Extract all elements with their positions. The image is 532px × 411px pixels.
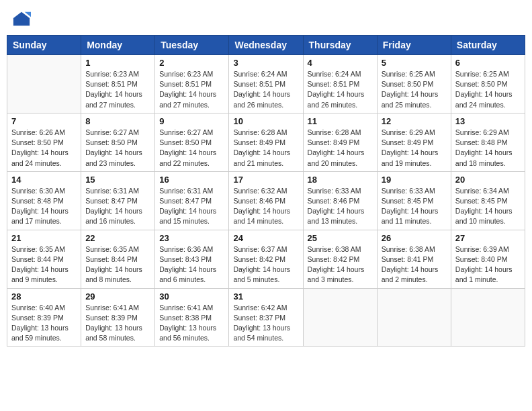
page-header [7,7,525,31]
calendar-cell: 29Sunrise: 6:41 AM Sunset: 8:39 PM Dayli… [81,288,155,347]
day-info: Sunrise: 6:28 AM Sunset: 8:49 PM Dayligh… [233,128,298,169]
calendar-cell: 12Sunrise: 6:29 AM Sunset: 8:49 PM Dayli… [377,113,451,171]
day-number: 12 [382,116,447,126]
day-info: Sunrise: 6:38 AM Sunset: 8:41 PM Dayligh… [382,244,447,285]
calendar-cell: 7Sunrise: 6:26 AM Sunset: 8:50 PM Daylig… [7,113,81,171]
day-info: Sunrise: 6:24 AM Sunset: 8:51 PM Dayligh… [233,69,298,110]
day-number: 20 [455,175,521,185]
day-info: Sunrise: 6:42 AM Sunset: 8:37 PM Dayligh… [233,303,298,344]
calendar-cell: 31Sunrise: 6:42 AM Sunset: 8:37 PM Dayli… [229,288,303,347]
day-number: 22 [85,233,150,243]
day-info: Sunrise: 6:41 AM Sunset: 8:38 PM Dayligh… [159,303,224,344]
day-info: Sunrise: 6:41 AM Sunset: 8:39 PM Dayligh… [85,303,150,344]
header-thursday: Thursday [303,36,377,55]
day-info: Sunrise: 6:33 AM Sunset: 8:45 PM Dayligh… [382,186,447,227]
day-info: Sunrise: 6:27 AM Sunset: 8:50 PM Dayligh… [85,128,150,169]
calendar-cell: 1Sunrise: 6:23 AM Sunset: 8:51 PM Daylig… [81,55,155,113]
day-info: Sunrise: 6:23 AM Sunset: 8:51 PM Dayligh… [159,69,224,110]
week-row-3: 14Sunrise: 6:30 AM Sunset: 8:48 PM Dayli… [7,171,525,230]
calendar-cell: 28Sunrise: 6:40 AM Sunset: 8:39 PM Dayli… [7,288,81,347]
day-info: Sunrise: 6:29 AM Sunset: 8:48 PM Dayligh… [455,128,521,169]
day-info: Sunrise: 6:24 AM Sunset: 8:51 PM Dayligh… [308,69,373,110]
day-number: 14 [11,175,77,185]
calendar-cell: 6Sunrise: 6:25 AM Sunset: 8:50 PM Daylig… [451,55,525,113]
day-number: 16 [159,175,224,185]
day-info: Sunrise: 6:37 AM Sunset: 8:42 PM Dayligh… [233,244,298,285]
calendar-cell: 16Sunrise: 6:31 AM Sunset: 8:47 PM Dayli… [155,171,229,230]
day-info: Sunrise: 6:25 AM Sunset: 8:50 PM Dayligh… [455,69,521,110]
day-number: 1 [85,58,150,68]
day-number: 29 [85,291,150,302]
calendar-cell [451,288,525,347]
day-number: 5 [382,58,447,68]
calendar-cell: 18Sunrise: 6:33 AM Sunset: 8:46 PM Dayli… [303,171,377,230]
day-number: 31 [233,291,298,302]
day-info: Sunrise: 6:39 AM Sunset: 8:40 PM Dayligh… [455,244,521,285]
day-number: 25 [308,233,373,243]
day-number: 13 [455,116,521,126]
calendar-cell: 15Sunrise: 6:31 AM Sunset: 8:47 PM Dayli… [81,171,155,230]
day-info: Sunrise: 6:29 AM Sunset: 8:49 PM Dayligh… [382,128,447,169]
day-info: Sunrise: 6:40 AM Sunset: 8:39 PM Dayligh… [11,303,77,344]
calendar-header-row: SundayMondayTuesdayWednesdayThursdayFrid… [7,36,525,55]
day-number: 2 [159,58,224,68]
day-info: Sunrise: 6:23 AM Sunset: 8:51 PM Dayligh… [85,69,150,110]
day-info: Sunrise: 6:25 AM Sunset: 8:50 PM Dayligh… [382,69,447,110]
week-row-4: 21Sunrise: 6:35 AM Sunset: 8:44 PM Dayli… [7,230,525,288]
day-number: 15 [85,175,150,185]
calendar-cell [377,288,451,347]
day-number: 24 [233,233,298,243]
logo [12,9,34,28]
day-info: Sunrise: 6:28 AM Sunset: 8:49 PM Dayligh… [308,128,373,169]
calendar-cell: 13Sunrise: 6:29 AM Sunset: 8:48 PM Dayli… [451,113,525,171]
calendar-cell: 23Sunrise: 6:36 AM Sunset: 8:43 PM Dayli… [155,230,229,288]
calendar-cell: 19Sunrise: 6:33 AM Sunset: 8:45 PM Dayli… [377,171,451,230]
calendar-cell: 3Sunrise: 6:24 AM Sunset: 8:51 PM Daylig… [229,55,303,113]
day-info: Sunrise: 6:27 AM Sunset: 8:50 PM Dayligh… [159,128,224,169]
day-info: Sunrise: 6:31 AM Sunset: 8:47 PM Dayligh… [159,186,224,227]
day-number: 7 [11,116,77,126]
calendar-cell: 10Sunrise: 6:28 AM Sunset: 8:49 PM Dayli… [229,113,303,171]
calendar-cell: 27Sunrise: 6:39 AM Sunset: 8:40 PM Dayli… [451,230,525,288]
header-sunday: Sunday [7,36,81,55]
calendar-cell: 9Sunrise: 6:27 AM Sunset: 8:50 PM Daylig… [155,113,229,171]
day-info: Sunrise: 6:35 AM Sunset: 8:44 PM Dayligh… [11,244,77,285]
header-tuesday: Tuesday [155,36,229,55]
calendar: SundayMondayTuesdayWednesdayThursdayFrid… [7,35,525,347]
header-wednesday: Wednesday [229,36,303,55]
day-info: Sunrise: 6:32 AM Sunset: 8:46 PM Dayligh… [233,186,298,227]
header-friday: Friday [377,36,451,55]
day-number: 8 [85,116,150,126]
week-row-1: 1Sunrise: 6:23 AM Sunset: 8:51 PM Daylig… [7,55,525,113]
day-number: 10 [233,116,298,126]
day-info: Sunrise: 6:26 AM Sunset: 8:50 PM Dayligh… [11,128,77,169]
day-info: Sunrise: 6:34 AM Sunset: 8:45 PM Dayligh… [455,186,521,227]
day-number: 23 [159,233,224,243]
day-info: Sunrise: 6:35 AM Sunset: 8:44 PM Dayligh… [85,244,150,285]
logo-icon [12,9,31,28]
day-number: 21 [11,233,77,243]
day-info: Sunrise: 6:33 AM Sunset: 8:46 PM Dayligh… [308,186,373,227]
calendar-cell: 30Sunrise: 6:41 AM Sunset: 8:38 PM Dayli… [155,288,229,347]
week-row-2: 7Sunrise: 6:26 AM Sunset: 8:50 PM Daylig… [7,113,525,171]
day-info: Sunrise: 6:38 AM Sunset: 8:42 PM Dayligh… [308,244,373,285]
day-number: 17 [233,175,298,185]
calendar-cell: 25Sunrise: 6:38 AM Sunset: 8:42 PM Dayli… [303,230,377,288]
calendar-cell: 4Sunrise: 6:24 AM Sunset: 8:51 PM Daylig… [303,55,377,113]
calendar-cell: 21Sunrise: 6:35 AM Sunset: 8:44 PM Dayli… [7,230,81,288]
calendar-cell: 20Sunrise: 6:34 AM Sunset: 8:45 PM Dayli… [451,171,525,230]
week-row-5: 28Sunrise: 6:40 AM Sunset: 8:39 PM Dayli… [7,288,525,347]
day-number: 26 [382,233,447,243]
calendar-cell [303,288,377,347]
day-number: 19 [382,175,447,185]
day-number: 4 [308,58,373,68]
day-number: 3 [233,58,298,68]
day-number: 9 [159,116,224,126]
header-monday: Monday [81,36,155,55]
calendar-cell: 17Sunrise: 6:32 AM Sunset: 8:46 PM Dayli… [229,171,303,230]
calendar-cell: 24Sunrise: 6:37 AM Sunset: 8:42 PM Dayli… [229,230,303,288]
day-number: 6 [455,58,521,68]
day-number: 30 [159,291,224,302]
header-saturday: Saturday [451,36,525,55]
calendar-cell: 11Sunrise: 6:28 AM Sunset: 8:49 PM Dayli… [303,113,377,171]
